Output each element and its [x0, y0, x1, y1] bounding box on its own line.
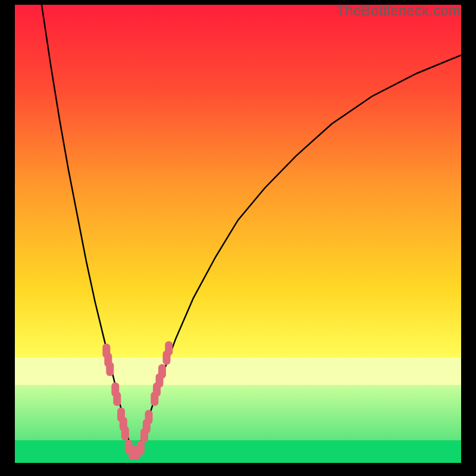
band-pale	[15, 358, 461, 385]
bottleneck-chart	[15, 5, 461, 463]
band-lightgreen	[15, 385, 461, 440]
marker-point	[165, 342, 173, 356]
marker-point	[121, 426, 129, 440]
watermark-text: TheBottleneck.com	[336, 2, 461, 19]
band-green	[15, 440, 461, 464]
marker-point	[145, 410, 153, 424]
color-bands	[15, 358, 461, 463]
marker-point	[113, 392, 121, 406]
marker-point	[158, 364, 166, 378]
chart-frame	[15, 5, 461, 463]
marker-point	[106, 362, 114, 376]
marker-point	[137, 441, 145, 455]
